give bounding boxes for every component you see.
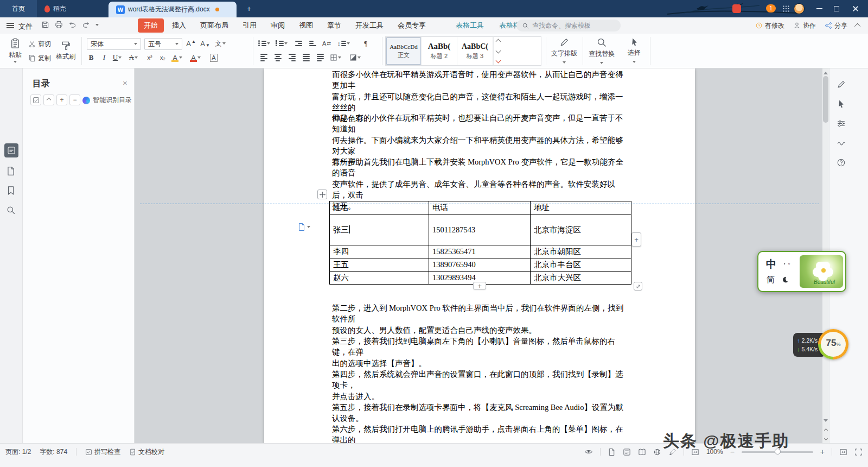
collapse-ribbon-icon[interactable] <box>854 23 860 29</box>
smart-toc-button[interactable]: 智能识别目录 <box>82 96 132 105</box>
style-normal[interactable]: AaBbCcDd 正文 <box>386 37 422 65</box>
menu-tab-references[interactable]: 引用 <box>237 18 263 33</box>
search-input[interactable] <box>532 22 614 29</box>
user-avatar[interactable] <box>794 3 805 14</box>
close-button[interactable] <box>847 0 864 17</box>
style-heading-2[interactable]: AaBb( 标题 2 <box>422 37 457 65</box>
paragraph[interactable]: 第三步，接着我们找到电脑桌面左下角的【小喇叭】音量图标，然后单击鼠标的右键，在弹… <box>332 336 629 369</box>
cell-value[interactable]: 李四 <box>333 247 349 256</box>
find-replace-button[interactable]: 查找替换 <box>586 36 617 66</box>
tab-docer[interactable]: 稻壳 <box>37 0 107 17</box>
bold-button[interactable]: B <box>86 52 97 63</box>
styles-more-button[interactable] <box>493 56 502 65</box>
header-address[interactable]: 地址 <box>534 203 550 212</box>
minimize-button[interactable] <box>811 0 827 17</box>
new-tab-button[interactable]: + <box>244 4 254 14</box>
justify-button[interactable] <box>301 52 311 63</box>
cell-value[interactable]: 王五 <box>333 260 349 269</box>
menu-tab-page-layout[interactable]: 页面布局 <box>194 18 234 33</box>
scrollbar-thumb[interactable] <box>823 76 828 123</box>
cut-button[interactable]: 剪切 <box>28 37 51 51</box>
distribute-button[interactable] <box>315 52 326 63</box>
menu-tab-review[interactable]: 审阅 <box>265 18 291 33</box>
toc-close-icon[interactable]: × <box>123 78 127 87</box>
font-color-button[interactable]: A <box>190 52 201 63</box>
toc-pane-toggle[interactable] <box>4 143 18 157</box>
quick-access-caret-icon[interactable] <box>95 24 99 28</box>
undo-icon[interactable] <box>68 21 76 29</box>
cell-value[interactable]: 15825365471 <box>432 247 476 256</box>
add-row-button[interactable]: + <box>473 282 486 289</box>
cell-value[interactable]: 赵六 <box>333 273 349 282</box>
paragraph[interactable]: 第二步，进入到 MorphVOX Pro 软件的主界面当中后，我们在软件界面的左… <box>332 302 629 336</box>
borders-button[interactable] <box>330 52 341 63</box>
save-icon[interactable] <box>41 21 49 29</box>
fullscreen-icon[interactable] <box>854 448 863 456</box>
show-paragraph-marks-button[interactable]: ¶ <box>360 38 371 49</box>
decrease-indent-button[interactable] <box>293 38 304 49</box>
menu-tab-view[interactable]: 视图 <box>293 18 319 33</box>
strikethrough-button[interactable]: A <box>128 52 139 63</box>
fit-width-icon[interactable] <box>839 448 847 456</box>
highlight-color-button[interactable]: A <box>171 52 182 63</box>
document-table[interactable]: 姓名 电话 地址 张三 15011287543 北京市海淀区 李四 158253… <box>329 201 631 285</box>
toc-expand-button[interactable]: + <box>56 94 67 105</box>
superscript-button[interactable]: x² <box>144 52 155 63</box>
cell-value[interactable]: 13890765940 <box>432 260 476 269</box>
toc-collapse-button[interactable]: − <box>69 94 80 105</box>
header-phone[interactable]: 电话 <box>432 203 448 212</box>
increase-indent-button[interactable] <box>307 38 318 49</box>
word-count[interactable]: 字数: 874 <box>40 447 67 457</box>
spell-check-button[interactable]: 拼写检查 <box>85 447 120 457</box>
paragraph[interactable]: 第五步，接着我们在录制选项卡界面中，将【麦克风 Screaming Bee Au… <box>332 402 629 424</box>
cell-value[interactable]: 13029893494 <box>432 273 476 282</box>
page-view-icon[interactable] <box>608 448 616 456</box>
zoom-in-button[interactable]: + <box>820 447 825 456</box>
ime-mode-label[interactable]: 中 <box>766 257 776 272</box>
toc-collapse-all-button[interactable] <box>43 94 54 105</box>
signature-tool-button[interactable] <box>835 137 847 149</box>
tab-document[interactable]: W word表格无法调整行高.docx <box>108 2 237 17</box>
adjust-tool-button[interactable] <box>835 117 847 129</box>
proofread-button[interactable]: 文档校对 <box>129 447 164 457</box>
menu-tab-start[interactable]: 开始 <box>138 18 164 33</box>
eye-preview-icon[interactable] <box>584 447 593 456</box>
cell-value[interactable]: 15011287543 <box>432 225 475 234</box>
promo-icon[interactable] <box>732 4 741 13</box>
scroll-up-button[interactable] <box>822 68 829 75</box>
help-button[interactable] <box>835 156 847 168</box>
underline-button[interactable]: U <box>112 52 123 63</box>
menu-tab-table-tools[interactable]: 表格工具 <box>449 18 490 33</box>
tab-home[interactable]: 首页 <box>0 0 37 17</box>
styles-scroll-up-button[interactable] <box>493 37 502 46</box>
share-button[interactable]: 分享 <box>825 21 847 30</box>
notification-badge[interactable]: 1 <box>766 4 776 12</box>
paste-button[interactable]: 粘贴 <box>4 36 26 66</box>
align-left-button[interactable] <box>258 52 269 63</box>
style-heading-3[interactable]: AaBbC( 标题 3 <box>457 37 493 65</box>
menu-tab-insert[interactable]: 插入 <box>166 18 192 33</box>
grow-font-button[interactable]: A▲ <box>186 38 196 49</box>
table-resize-handle[interactable] <box>634 282 642 291</box>
print-icon[interactable] <box>55 21 63 29</box>
cell-value[interactable]: 北京市丰台区 <box>534 260 581 269</box>
outline-view-icon[interactable] <box>623 448 631 456</box>
cell-value[interactable]: 张三 <box>333 225 349 234</box>
maximize-button[interactable] <box>828 0 845 17</box>
align-right-button[interactable] <box>286 52 297 63</box>
collaborate-button[interactable]: 协作 <box>793 21 816 30</box>
pen-tool-button[interactable] <box>835 78 847 90</box>
pinyin-guide-button[interactable]: 文 <box>215 38 226 49</box>
add-column-button[interactable]: + <box>631 232 641 247</box>
cell-value[interactable]: 北京市大兴区 <box>534 273 581 282</box>
font-size-select[interactable]: 五号 <box>144 38 182 50</box>
memory-usage-ring[interactable]: 75 % <box>818 329 848 359</box>
line-spacing-button[interactable]: ↕ <box>337 38 350 49</box>
moon-icon[interactable] <box>781 276 789 283</box>
paragraph[interactable]: 第六步，然后我们打开电脑上的腾讯手游助手，点击界面右上角的【菜单】图标，在弹出的… <box>332 424 629 443</box>
previous-page-button[interactable] <box>822 427 829 434</box>
shrink-font-button[interactable]: A▼ <box>200 38 210 49</box>
paste-options-button[interactable] <box>297 223 310 231</box>
shading-button[interactable] <box>349 52 361 63</box>
menu-tab-member[interactable]: 会员专享 <box>392 18 432 33</box>
